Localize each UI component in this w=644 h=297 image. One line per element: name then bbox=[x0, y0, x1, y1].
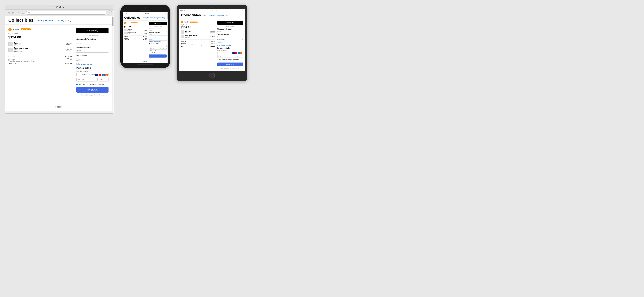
nav-company[interactable]: Company bbox=[56, 19, 64, 22]
tablet-cvc-field[interactable]: CVC bbox=[235, 55, 243, 58]
cvc-field[interactable] bbox=[99, 78, 108, 82]
phone-content: Collectibles Home | Products | Company |… bbox=[123, 15, 168, 63]
nav-blog[interactable]: Blog bbox=[67, 19, 71, 22]
item-details: Pure glow cream Qty: 2 × $12.00 each bbox=[14, 47, 65, 53]
tablet-nav-products[interactable]: Products bbox=[209, 15, 216, 16]
phone-address-field[interactable]: Address bbox=[149, 39, 166, 41]
privacy-link[interactable]: Privacy bbox=[99, 94, 104, 96]
billing-checkbox[interactable] bbox=[76, 84, 78, 85]
phone-home-bar bbox=[137, 65, 153, 65]
apple-pay-label: Apple Pay bbox=[88, 30, 98, 32]
tablet-pay-button[interactable]: Pay $134.00 bbox=[217, 63, 243, 66]
phone-test-badge: TEST MODE bbox=[131, 22, 138, 23]
item-details: Pure set Qty: 1 × bbox=[14, 42, 65, 46]
tablet-item-qty: Qty: 2 × bbox=[185, 37, 209, 38]
card-info-label: Card information bbox=[76, 70, 108, 72]
item-qty: Qty: 1 × bbox=[14, 44, 65, 46]
order-item: Pure set Qty: 1 × $65.00 bbox=[8, 42, 72, 46]
shipping-label: Shipping bbox=[8, 58, 15, 60]
phone-expiry-field[interactable]: MM / YY bbox=[149, 48, 160, 50]
phone-scrollbar[interactable] bbox=[167, 12, 168, 63]
pay-button[interactable]: Pay $134.00 bbox=[76, 87, 108, 93]
scrollbar-thumb[interactable] bbox=[112, 17, 114, 26]
phone-merchant-icon: P bbox=[124, 22, 126, 24]
expiry-cvc-row bbox=[76, 78, 108, 83]
browser-scrollbar[interactable] bbox=[112, 16, 114, 111]
discover-icon: D bbox=[105, 74, 108, 76]
search-button[interactable]: ⌕ bbox=[108, 11, 112, 15]
phone-site-header: Collectibles Home | Products | Company |… bbox=[123, 15, 168, 21]
tablet-country-field[interactable]: United States▾ bbox=[217, 39, 243, 41]
phone-name-field[interactable]: Name bbox=[149, 34, 166, 36]
tablet-apple-pay-button[interactable]:  Apple Pay bbox=[217, 21, 243, 25]
close-button[interactable]: ✕ bbox=[16, 11, 20, 15]
tablet-checkout-left: P Powdur TEST MODE Pay Powdur $134.00 Pu… bbox=[181, 21, 215, 69]
terms-link[interactable]: Terms bbox=[94, 94, 98, 96]
phone-nav-products[interactable]: Products bbox=[147, 17, 153, 19]
phone-item-name: Pure glow cream bbox=[127, 32, 143, 33]
phone-pay-button[interactable]: Pay $134.00 bbox=[149, 55, 166, 58]
tablet-logo: Collectibles bbox=[181, 13, 201, 17]
shipping-value: $5.00 bbox=[67, 58, 72, 62]
tablet-expiry-field[interactable]: MM / YY bbox=[217, 55, 234, 58]
phone-nav-company[interactable]: Company bbox=[154, 17, 160, 19]
url-bar[interactable] bbox=[26, 11, 106, 15]
apple-pay-button[interactable]:  Apple Pay bbox=[76, 28, 108, 34]
phone-nav-blog[interactable]: Blog bbox=[162, 17, 165, 19]
billing-checkbox-row: Billing address is same as shipping bbox=[76, 83, 108, 85]
back-button[interactable]: ◀ bbox=[7, 11, 10, 15]
tablet-home-button[interactable] bbox=[209, 73, 215, 78]
browser-scrollbar-bottom[interactable] bbox=[5, 111, 114, 113]
tablet-amount: $134.00 bbox=[181, 26, 215, 29]
phone-scrollbar-thumb[interactable] bbox=[167, 12, 168, 19]
tablet-enter-manually[interactable]: Enter address manually bbox=[217, 45, 243, 46]
visa-icon: V bbox=[95, 74, 98, 76]
site-header: Collectibles Home | Products | Company |… bbox=[5, 16, 112, 25]
tablet-payment-title: Payment details bbox=[217, 47, 243, 49]
tablet-name-field[interactable]: Name bbox=[217, 36, 243, 38]
phone-device: ▲ ●●● 15:30 ■ Collectibles Home | Produc… bbox=[120, 5, 170, 68]
tablet-item-2: Pure glow cream Qty: 2 × $64.00 bbox=[181, 35, 215, 38]
phone-apple-pay-button[interactable]:  Apple Pay bbox=[149, 22, 166, 25]
signal-icon: ●●● bbox=[126, 13, 128, 15]
tablet-battery-icon: ■ bbox=[242, 10, 243, 12]
nav-products[interactable]: Products bbox=[45, 19, 53, 22]
order-item: Pure glow cream Qty: 2 × $12.00 each $64… bbox=[8, 47, 72, 53]
phone-card-field[interactable]: 1234 1234 1234 1234 bbox=[149, 45, 166, 47]
tablet-email-field[interactable]: Email bbox=[217, 31, 243, 33]
tablet-checkmark: ✓ bbox=[217, 59, 218, 60]
tablet-merchant-name: Powdur bbox=[184, 21, 189, 23]
phone-item-qty: Qty: 1 × bbox=[127, 30, 143, 31]
phone-email-field[interactable]: Email bbox=[149, 30, 166, 31]
tablet-time: 10:15 PM bbox=[211, 10, 217, 12]
payment-section-title: Payment details bbox=[76, 67, 108, 69]
tablet-nav-home[interactable]: Home bbox=[203, 15, 208, 16]
apple-logo:  bbox=[87, 30, 88, 32]
phone-nav-home[interactable]: Home bbox=[142, 17, 146, 19]
browser-content: Collectibles Home | Products | Company |… bbox=[5, 16, 114, 111]
tablet-nav-blog[interactable]: Blog bbox=[226, 15, 229, 16]
tablet-address-field[interactable]: Address bbox=[217, 42, 243, 44]
tablet-nav-company[interactable]: Company bbox=[217, 15, 224, 16]
nav-home[interactable]: Home bbox=[37, 19, 42, 22]
email-field[interactable] bbox=[76, 42, 108, 45]
expiry-field[interactable] bbox=[76, 78, 98, 82]
phone-item-price: $64.00 bbox=[144, 33, 147, 34]
shipping-detail: Ground shipping (3-5 business days) bbox=[8, 60, 34, 62]
country-select[interactable]: United States bbox=[76, 54, 108, 57]
forward-button[interactable]: ▶ bbox=[12, 11, 15, 15]
site-footer: Footer bbox=[5, 102, 112, 111]
name-field[interactable] bbox=[76, 49, 108, 53]
home-button[interactable]: ⌂ bbox=[21, 11, 25, 15]
phone-shipping: Shipping $5.00 bbox=[124, 38, 147, 39]
merchant-header: P Powdur TEST MODE bbox=[8, 28, 72, 31]
tablet-device: iPad ▲ 10:15 PM ■ Collectibles Home | Pr… bbox=[176, 5, 247, 81]
phone-ship-addr-label: Shipping address bbox=[149, 32, 166, 33]
address-field[interactable] bbox=[76, 59, 108, 62]
phone-enter-manually[interactable]: Enter address manually bbox=[149, 41, 166, 42]
phone-country-field[interactable]: United States bbox=[149, 36, 166, 38]
phone-checkout-right:  Apple Pay Or pay with card Shipping in… bbox=[149, 22, 166, 58]
phone-cvc-field[interactable]: CVC bbox=[161, 48, 166, 50]
tablet-item-img bbox=[181, 30, 184, 34]
enter-manually-link[interactable]: Enter address manually bbox=[76, 63, 108, 65]
